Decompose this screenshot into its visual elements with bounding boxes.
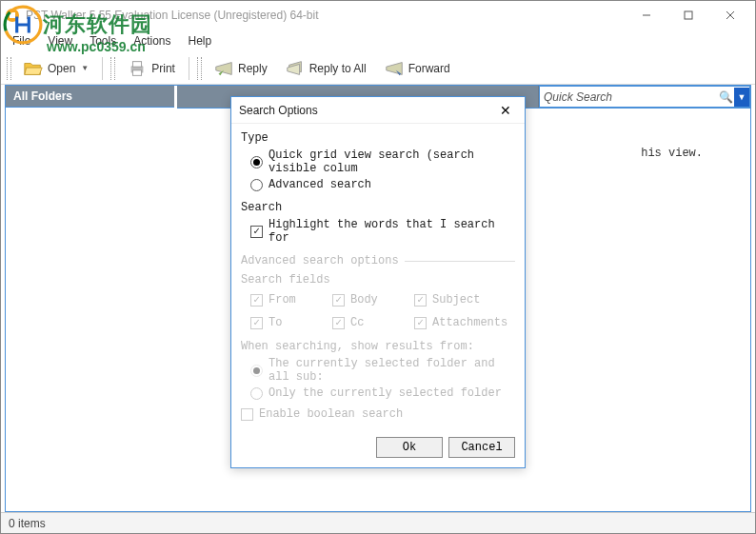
checkbox-icon — [250, 317, 263, 329]
quick-search-box[interactable]: 🔍 ▼ — [539, 86, 750, 108]
toolbar-grip[interactable] — [7, 57, 11, 80]
type-group-label: Type — [241, 131, 515, 145]
menu-view[interactable]: View — [40, 32, 80, 49]
search-icon[interactable]: 🔍 — [717, 90, 734, 104]
from-checkbox: From — [250, 293, 327, 307]
folders-panel: All Folders — [6, 86, 177, 511]
status-item-count: 0 items — [9, 517, 46, 530]
svg-rect-3 — [10, 12, 15, 18]
reply-all-icon — [285, 58, 306, 79]
search-group-label: Search — [241, 201, 515, 214]
search-fields-label: Search fields — [241, 273, 515, 287]
reply-all-button[interactable]: Reply to All — [279, 55, 372, 82]
quick-search-radio[interactable]: Quick grid view search (search visible c… — [250, 148, 515, 175]
menu-actions[interactable]: Actions — [126, 32, 178, 49]
statusbar: 0 items — [1, 512, 755, 533]
results-only-radio: Only the currently selected folder — [250, 386, 515, 400]
app-icon — [5, 8, 20, 23]
radio-icon — [250, 179, 263, 191]
cancel-button[interactable]: Cancel — [448, 437, 515, 458]
svg-rect-10 — [133, 69, 142, 75]
radio-icon — [250, 156, 263, 168]
close-button[interactable] — [709, 2, 751, 29]
svg-rect-5 — [685, 11, 692, 19]
cc-checkbox: Cc — [332, 316, 408, 329]
forward-icon — [384, 58, 405, 79]
dialog-close-button[interactable]: ✕ — [494, 99, 517, 122]
to-checkbox: To — [250, 316, 327, 329]
attachments-checkbox: Attachments — [414, 316, 519, 329]
search-dropdown-button[interactable]: ▼ — [734, 88, 749, 107]
maximize-button[interactable] — [667, 2, 709, 29]
forward-button[interactable]: Forward — [378, 55, 456, 82]
dialog-titlebar[interactable]: Search Options ✕ — [231, 97, 525, 124]
checkbox-icon — [250, 226, 263, 238]
checkbox-icon — [332, 294, 345, 307]
checkbox-icon — [241, 408, 253, 421]
print-button[interactable]: Print — [121, 55, 181, 82]
menu-help[interactable]: Help — [181, 32, 220, 49]
view-message-fragment: his view. — [641, 147, 703, 160]
search-input[interactable] — [540, 89, 717, 106]
folders-header: All Folders — [6, 86, 174, 108]
toolbar-grip[interactable] — [110, 57, 115, 80]
folders-tree[interactable] — [6, 108, 174, 510]
menu-file[interactable]: File — [5, 32, 38, 49]
checkbox-icon — [332, 317, 345, 329]
open-button[interactable]: Open ▼ — [17, 55, 94, 82]
radio-icon — [250, 365, 263, 377]
reply-icon — [213, 58, 234, 79]
reply-button[interactable]: Reply — [208, 55, 273, 82]
results-from-label: When searching, show results from: — [241, 340, 515, 353]
window-title: PST Walker 5.55 Evaluation License (Unre… — [26, 9, 626, 22]
radio-icon — [250, 387, 263, 400]
separator — [102, 57, 103, 80]
checkbox-icon — [414, 317, 427, 329]
separator — [189, 57, 189, 80]
toolbar-grip[interactable] — [197, 57, 202, 80]
body-checkbox: Body — [332, 293, 408, 307]
checkbox-icon — [250, 294, 263, 307]
chevron-down-icon: ▼ — [81, 64, 89, 72]
menubar: File View Tools Actions Help — [1, 30, 755, 52]
svg-rect-9 — [133, 61, 142, 67]
dialog-title: Search Options — [239, 104, 494, 117]
titlebar: PST Walker 5.55 Evaluation License (Unre… — [1, 1, 755, 30]
folder-open-icon — [23, 58, 44, 79]
divider — [405, 261, 515, 262]
results-all-radio: The currently selected folder and all su… — [250, 357, 515, 384]
checkbox-icon — [414, 294, 427, 307]
minimize-button[interactable] — [626, 2, 667, 29]
ok-button[interactable]: Ok — [376, 437, 443, 458]
advanced-options-label: Advanced search options — [241, 254, 399, 267]
boolean-checkbox: Enable boolean search — [241, 407, 515, 421]
advanced-search-radio[interactable]: Advanced search — [250, 178, 515, 191]
search-options-dialog: Search Options ✕ Type Quick grid view se… — [230, 96, 526, 468]
highlight-checkbox[interactable]: Highlight the words that I search for — [250, 218, 515, 245]
printer-icon — [127, 58, 148, 79]
toolbar: Open ▼ Print Reply Reply to All Forward — [1, 52, 755, 85]
subject-checkbox: Subject — [414, 293, 519, 307]
menu-tools[interactable]: Tools — [82, 32, 124, 49]
